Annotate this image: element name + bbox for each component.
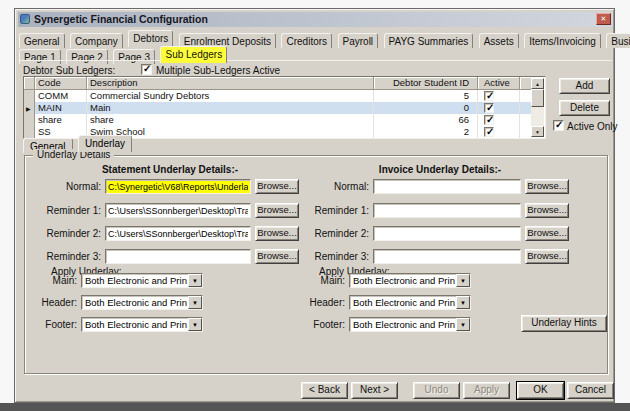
cell-code: COMM bbox=[35, 90, 87, 102]
apply-button[interactable]: Apply bbox=[463, 382, 510, 399]
row-selector[interactable]: ▶ bbox=[24, 114, 35, 126]
scroll-down-icon[interactable]: ▼ bbox=[531, 126, 544, 137]
invoice-reminder3-label: Reminder 3: bbox=[293, 251, 369, 262]
row-selector[interactable]: ▶ bbox=[24, 102, 35, 114]
statement-apply-header-label: Header: bbox=[25, 297, 77, 308]
invoice-reminder2-browse-button[interactable]: Browse... bbox=[525, 226, 569, 241]
table-row[interactable]: ▶ share share 66 bbox=[24, 114, 545, 126]
titlebar[interactable]: Synergetic Financial Configuration ✕ bbox=[18, 12, 613, 27]
cell-active bbox=[478, 102, 520, 114]
chevron-down-icon[interactable]: ▼ bbox=[456, 274, 470, 287]
table-row[interactable]: ▶ COMM Commercial Sundry Debtors 5 bbox=[24, 90, 545, 102]
invoice-normal-input[interactable] bbox=[373, 179, 521, 194]
cell-code: share bbox=[35, 114, 87, 126]
table-header: Code Description Debtor Student ID Activ… bbox=[24, 77, 545, 90]
row-selector[interactable]: ▶ bbox=[24, 90, 35, 102]
table-scrollbar[interactable]: ▲ ▼ bbox=[531, 78, 544, 137]
invoice-apply-footer-label: Footer: bbox=[293, 319, 345, 330]
invoice-apply-footer-select[interactable]: Both Electronic and Printed ▼ bbox=[349, 317, 471, 332]
delete-button[interactable]: Delete bbox=[559, 100, 610, 116]
statement-normal-input[interactable] bbox=[105, 179, 251, 194]
chevron-down-icon[interactable]: ▼ bbox=[188, 274, 202, 287]
cell-debtor-student-id: 66 bbox=[374, 114, 478, 126]
chevron-down-icon[interactable]: ▼ bbox=[456, 318, 470, 331]
invoice-reminder2-label: Reminder 2: bbox=[293, 228, 369, 239]
statement-reminder1-input[interactable] bbox=[105, 203, 251, 218]
window-title: Synergetic Financial Configuration bbox=[34, 13, 208, 26]
cell-debtor-student-id: 2 bbox=[374, 126, 478, 138]
col-header-code[interactable]: Code bbox=[35, 77, 87, 90]
active-only-label: Active Only bbox=[567, 121, 618, 132]
statement-reminder3-input[interactable] bbox=[105, 249, 251, 264]
statement-normal-label: Normal: bbox=[25, 181, 101, 192]
scroll-thumb[interactable] bbox=[531, 89, 544, 107]
screen: Synergetic Financial Configuration ✕ Gen… bbox=[0, 0, 630, 411]
invoice-normal-browse-button[interactable]: Browse... bbox=[525, 179, 569, 194]
chevron-down-icon[interactable]: ▼ bbox=[188, 296, 202, 309]
statement-apply-main-label: Main: bbox=[25, 275, 77, 286]
col-header-debtor-student-id[interactable]: Debtor Student ID bbox=[374, 77, 478, 90]
statement-reminder2-label: Reminder 2: bbox=[25, 228, 101, 239]
page-tabstrip: Page 1 Page 2 Page 3 Sub Ledgers bbox=[19, 45, 613, 61]
cancel-button[interactable]: Cancel bbox=[567, 382, 614, 399]
tab-sub-ledgers[interactable]: Sub Ledgers bbox=[160, 46, 227, 63]
statement-reminder2-input[interactable] bbox=[105, 226, 251, 241]
tab-debtors[interactable]: Debtors bbox=[128, 30, 173, 47]
statement-underlay-title: Statement Underlay Details:- bbox=[70, 164, 270, 175]
invoice-reminder1-label: Reminder 1: bbox=[293, 205, 369, 216]
col-header-description[interactable]: Description bbox=[87, 77, 374, 90]
chevron-down-icon[interactable]: ▼ bbox=[188, 318, 202, 331]
cell-debtor-student-id: 5 bbox=[374, 90, 478, 102]
invoice-reminder2-input[interactable] bbox=[373, 226, 521, 241]
app-icon bbox=[20, 14, 30, 24]
cell-active bbox=[478, 126, 520, 138]
invoice-apply-main-select[interactable]: Both Electronic and Printed ▼ bbox=[349, 273, 471, 288]
table-header-selector bbox=[24, 77, 35, 90]
detail-tabstrip: General Underlay bbox=[23, 134, 133, 149]
statement-reminder1-label: Reminder 1: bbox=[25, 205, 101, 216]
active-checkbox[interactable] bbox=[484, 115, 494, 125]
ok-button[interactable]: OK bbox=[517, 382, 564, 399]
invoice-reminder3-input[interactable] bbox=[373, 249, 521, 264]
active-checkbox[interactable] bbox=[484, 91, 494, 101]
invoice-reminder3-browse-button[interactable]: Browse... bbox=[525, 249, 569, 264]
tab-detail-underlay[interactable]: Underlay bbox=[78, 135, 132, 152]
cell-code: MAIN bbox=[35, 102, 87, 114]
cell-active bbox=[478, 90, 520, 102]
next-button[interactable]: Next > bbox=[351, 382, 398, 399]
sub-ledgers-table: Code Description Debtor Student ID Activ… bbox=[23, 76, 546, 139]
scroll-up-icon[interactable]: ▲ bbox=[531, 78, 544, 89]
multiple-sub-ledgers-checkbox[interactable] bbox=[141, 64, 152, 75]
desktop-band bbox=[0, 403, 630, 411]
add-button[interactable]: Add bbox=[559, 78, 610, 94]
invoice-normal-label: Normal: bbox=[293, 181, 369, 192]
cell-description: Main bbox=[87, 102, 374, 114]
debtor-sub-ledgers-label: Debtor Sub Ledgers: bbox=[23, 65, 115, 76]
cell-active bbox=[478, 114, 520, 126]
cell-description: Commercial Sundry Debtors bbox=[87, 90, 374, 102]
invoice-reminder1-input[interactable] bbox=[373, 203, 521, 218]
back-button[interactable]: < Back bbox=[301, 382, 348, 399]
chevron-down-icon[interactable]: ▼ bbox=[456, 296, 470, 309]
statement-apply-main-select[interactable]: Both Electronic and Printed ▼ bbox=[81, 273, 203, 288]
active-checkbox[interactable] bbox=[484, 103, 494, 113]
invoice-apply-header-select[interactable]: Both Electronic and Printed ▼ bbox=[349, 295, 471, 310]
close-icon[interactable]: ✕ bbox=[596, 13, 611, 25]
statement-apply-footer-label: Footer: bbox=[25, 319, 77, 330]
main-tabstrip: General Company Debtors Enrolment Deposi… bbox=[19, 29, 613, 45]
col-header-active[interactable]: Active bbox=[478, 77, 520, 90]
row-selector-arrow-icon: ▶ bbox=[24, 106, 31, 112]
undo-button[interactable]: Undo bbox=[413, 382, 460, 399]
underlay-hints-button[interactable]: Underlay Hints bbox=[521, 315, 607, 332]
table-row[interactable]: ▶ MAIN Main 0 bbox=[24, 102, 545, 114]
statement-apply-footer-select[interactable]: Both Electronic and Printed ▼ bbox=[81, 317, 203, 332]
dialog-synergetic-financial-configuration: Synergetic Financial Configuration ✕ Gen… bbox=[14, 8, 615, 403]
invoice-apply-main-label: Main: bbox=[293, 275, 345, 286]
statement-apply-header-select[interactable]: Both Electronic and Printed ▼ bbox=[81, 295, 203, 310]
invoice-reminder1-browse-button[interactable]: Browse... bbox=[525, 203, 569, 218]
active-checkbox[interactable] bbox=[484, 127, 494, 137]
invoice-apply-header-label: Header: bbox=[293, 297, 345, 308]
multiple-sub-ledgers-label: Multiple Sub-Ledgers Active bbox=[156, 65, 280, 76]
cell-description: share bbox=[87, 114, 374, 126]
active-only-checkbox[interactable] bbox=[553, 120, 564, 131]
